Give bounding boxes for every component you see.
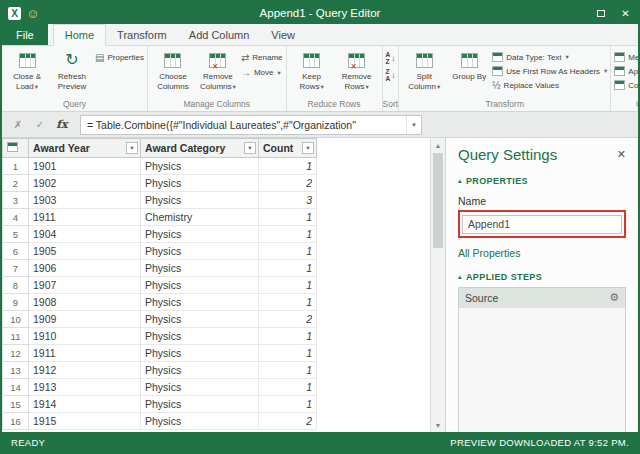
tab-home[interactable]: Home xyxy=(53,24,106,46)
row-number-cell[interactable]: 10 xyxy=(3,311,29,328)
refresh-preview-button[interactable]: ↻ Refresh Preview xyxy=(50,48,94,98)
smiley-feedback-icon[interactable]: ☺ xyxy=(26,7,39,20)
award-year-cell[interactable]: 1909 xyxy=(29,311,141,328)
award-year-cell[interactable]: 1912 xyxy=(29,362,141,379)
award-category-cell[interactable]: Physics xyxy=(141,311,259,328)
column-header-award-category[interactable]: Award Category▾ xyxy=(141,139,259,158)
formula-expand-button[interactable]: ▾ xyxy=(406,116,421,134)
count-cell[interactable]: 2 xyxy=(259,175,317,192)
sort-ascending-button[interactable]: AZ↓ xyxy=(386,52,396,65)
award-year-cell[interactable]: 1913 xyxy=(29,379,141,396)
count-cell[interactable]: 1 xyxy=(259,243,317,260)
move-button[interactable]: → Move▾ xyxy=(241,67,283,78)
award-category-cell[interactable]: Physics xyxy=(141,362,259,379)
row-number-cell[interactable]: 3 xyxy=(3,192,29,209)
row-number-cell[interactable]: 7 xyxy=(3,260,29,277)
award-year-cell[interactable]: 1905 xyxy=(29,243,141,260)
award-category-cell[interactable]: Physics xyxy=(141,379,259,396)
properties-section-header[interactable]: ▴ PROPERTIES xyxy=(458,176,626,186)
close-button[interactable]: ✕ xyxy=(613,2,638,24)
count-cell[interactable]: 1 xyxy=(259,294,317,311)
sort-descending-button[interactable]: ZA↓ xyxy=(386,69,396,82)
award-year-cell[interactable]: 1911 xyxy=(29,209,141,226)
close-and-load-button[interactable]: Close & Load▾ xyxy=(5,48,49,98)
award-year-cell[interactable]: 1906 xyxy=(29,260,141,277)
award-category-cell[interactable]: Physics xyxy=(141,413,259,430)
merge-queries-button[interactable]: Merge Queries xyxy=(614,52,638,62)
award-category-cell[interactable]: Chemistry xyxy=(141,209,259,226)
choose-columns-button[interactable]: Choose Columns xyxy=(151,48,195,98)
award-year-cell[interactable]: 1911 xyxy=(29,345,141,362)
award-category-cell[interactable]: Physics xyxy=(141,158,259,175)
append-queries-button[interactable]: Append Queries xyxy=(614,66,638,76)
award-year-cell[interactable]: 1903 xyxy=(29,192,141,209)
count-cell[interactable]: 1 xyxy=(259,209,317,226)
column-header-count[interactable]: Count▾ xyxy=(259,139,317,158)
award-category-cell[interactable]: Physics xyxy=(141,345,259,362)
filter-dropdown-icon[interactable]: ▾ xyxy=(126,142,138,154)
scroll-up-icon[interactable]: ▲ xyxy=(431,138,445,152)
row-number-cell[interactable]: 6 xyxy=(3,243,29,260)
award-year-cell[interactable]: 1908 xyxy=(29,294,141,311)
replace-values-button[interactable]: ½ Replace Values xyxy=(492,80,607,91)
count-cell[interactable]: 1 xyxy=(259,379,317,396)
award-year-cell[interactable]: 1914 xyxy=(29,396,141,413)
keep-rows-button[interactable]: Keep Rows▾ xyxy=(290,48,334,98)
count-cell[interactable]: 3 xyxy=(259,192,317,209)
tab-view[interactable]: View xyxy=(260,24,306,45)
data-type-button[interactable]: Data Type: Text▾ xyxy=(492,52,607,62)
select-all-header[interactable] xyxy=(3,139,29,158)
close-panel-icon[interactable]: ✕ xyxy=(617,148,626,161)
filter-dropdown-icon[interactable]: ▾ xyxy=(302,142,314,154)
count-cell[interactable]: 1 xyxy=(259,260,317,277)
scrollbar-track[interactable] xyxy=(431,152,445,418)
maximize-button[interactable] xyxy=(588,2,613,24)
remove-rows-button[interactable]: ✕ Remove Rows▾ xyxy=(335,48,379,98)
column-header-award-year[interactable]: Award Year▾ xyxy=(29,139,141,158)
rename-button[interactable]: ⇄ Rename xyxy=(241,52,283,63)
scrollbar-thumb[interactable] xyxy=(433,153,443,248)
row-number-cell[interactable]: 4 xyxy=(3,209,29,226)
award-category-cell[interactable]: Physics xyxy=(141,277,259,294)
filter-dropdown-icon[interactable]: ▾ xyxy=(244,142,256,154)
award-category-cell[interactable]: Physics xyxy=(141,396,259,413)
count-cell[interactable]: 1 xyxy=(259,277,317,294)
properties-button[interactable]: ▤ Properties xyxy=(95,52,144,63)
row-number-cell[interactable]: 5 xyxy=(3,226,29,243)
formula-text[interactable]: = Table.Combine({#"Individual Laureates"… xyxy=(81,119,406,131)
row-number-cell[interactable]: 2 xyxy=(3,175,29,192)
query-name-input[interactable] xyxy=(462,215,622,234)
remove-columns-button[interactable]: ✕ Remove Columns▾ xyxy=(196,48,240,98)
award-year-cell[interactable]: 1915 xyxy=(29,413,141,430)
count-cell[interactable]: 2 xyxy=(259,413,317,430)
combine-binaries-button[interactable]: Combine Binaries xyxy=(614,80,638,90)
count-cell[interactable]: 1 xyxy=(259,362,317,379)
award-year-cell[interactable]: 1904 xyxy=(29,226,141,243)
award-category-cell[interactable]: Physics xyxy=(141,175,259,192)
scroll-down-icon[interactable]: ▼ xyxy=(431,418,445,432)
all-properties-link[interactable]: All Properties xyxy=(458,247,626,259)
award-year-cell[interactable]: 1907 xyxy=(29,277,141,294)
tab-add-column[interactable]: Add Column xyxy=(178,24,261,45)
vertical-scrollbar[interactable]: ▲ ▼ xyxy=(430,138,445,432)
award-category-cell[interactable]: Physics xyxy=(141,192,259,209)
award-category-cell[interactable]: Physics xyxy=(141,294,259,311)
row-number-cell[interactable]: 8 xyxy=(3,277,29,294)
tab-file[interactable]: File xyxy=(2,24,48,45)
row-number-cell[interactable]: 12 xyxy=(3,345,29,362)
tab-transform[interactable]: Transform xyxy=(106,24,178,45)
confirm-formula-button[interactable]: ✓ xyxy=(30,119,50,130)
award-category-cell[interactable]: Physics xyxy=(141,328,259,345)
cancel-formula-button[interactable]: ✗ xyxy=(8,119,28,130)
award-category-cell[interactable]: Physics xyxy=(141,243,259,260)
award-year-cell[interactable]: 1910 xyxy=(29,328,141,345)
award-category-cell[interactable]: Physics xyxy=(141,260,259,277)
split-column-button[interactable]: Split Column▾ xyxy=(402,48,446,98)
formula-input[interactable]: = Table.Combine({#"Individual Laureates"… xyxy=(80,115,422,135)
row-number-cell[interactable]: 1 xyxy=(3,158,29,175)
count-cell[interactable]: 1 xyxy=(259,345,317,362)
applied-step-source[interactable]: Source ⚙ xyxy=(459,288,625,308)
applied-steps-section-header[interactable]: ▴ APPLIED STEPS xyxy=(458,272,626,282)
count-cell[interactable]: 1 xyxy=(259,328,317,345)
row-number-cell[interactable]: 14 xyxy=(3,379,29,396)
